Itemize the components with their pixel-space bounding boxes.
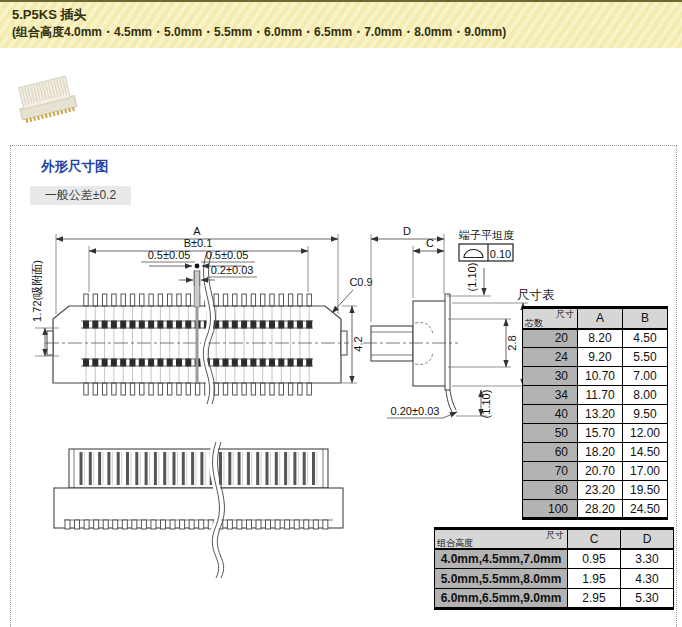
table-row: 10028.2024.50 bbox=[523, 500, 668, 519]
datum-dot bbox=[195, 264, 200, 269]
dim-label-05-right: 0.5±0.05 bbox=[206, 249, 249, 261]
datasheet-page: 5.P5KS 插头 (组合高度4.0mm・4.5mm・5.0mm・5.5mm・6… bbox=[0, 0, 682, 627]
table-cell: 9.50 bbox=[623, 405, 668, 424]
dim-label-suction: 1.72(吸附面) bbox=[31, 260, 43, 322]
corner-label-height: 组合高度 bbox=[437, 538, 473, 548]
side-flange bbox=[413, 301, 446, 386]
height-table-corner: 尺寸 组合高度 bbox=[435, 529, 568, 549]
table-cell: 17.00 bbox=[623, 462, 668, 481]
size-table-corner: 尺寸 芯数 bbox=[523, 308, 578, 329]
table-row: 5.0mm,5.5mm,8.0mm1.954.30 bbox=[435, 569, 674, 589]
table-row-header: 20 bbox=[523, 329, 578, 348]
size-table-title: 尺寸表 bbox=[517, 287, 555, 304]
table-cell: 24.50 bbox=[623, 500, 668, 519]
table-cell: 2.95 bbox=[568, 589, 621, 609]
table-cell: 5.30 bbox=[621, 589, 674, 609]
table-cell: 20.70 bbox=[578, 462, 623, 481]
connector-photo-image bbox=[8, 66, 88, 130]
dim-label-c09: C0.9 bbox=[349, 276, 372, 288]
table-row-header: 34 bbox=[523, 386, 578, 405]
dim-label-05-left: 0.5±0.05 bbox=[148, 249, 191, 261]
table-row-header: 4.0mm,4.5mm,7.0mm bbox=[435, 549, 568, 569]
corner-label-size: 尺寸 bbox=[556, 309, 574, 319]
table-cell: 12.00 bbox=[623, 424, 668, 443]
table-cell: 28.20 bbox=[578, 500, 623, 519]
table-row-header: 30 bbox=[523, 367, 578, 386]
dim-label-d: D bbox=[403, 225, 411, 237]
table-row: 249.205.50 bbox=[523, 348, 668, 367]
dim-label-020: 0.20±0.03 bbox=[391, 405, 440, 417]
table-cell: 8.20 bbox=[578, 329, 623, 348]
center-pin bbox=[194, 271, 200, 307]
column-header-b: B bbox=[623, 308, 668, 329]
table-row: 4.0mm,4.5mm,7.0mm0.953.30 bbox=[435, 549, 674, 569]
table-row-header: 24 bbox=[523, 348, 578, 367]
table-row-header: 70 bbox=[523, 462, 578, 481]
table-row-header: 100 bbox=[523, 500, 578, 519]
table-row: 5015.7012.00 bbox=[523, 424, 668, 443]
table-cell: 7.00 bbox=[623, 367, 668, 386]
table-cell: 8.00 bbox=[623, 386, 668, 405]
page-subtitle: (组合高度4.0mm・4.5mm・5.0mm・5.5mm・6.0mm・6.5mm… bbox=[12, 24, 670, 41]
slot-comb bbox=[80, 452, 317, 485]
product-photo bbox=[8, 66, 88, 130]
dimension-section: 外形尺寸图 一般公差±0.2 bbox=[10, 145, 677, 627]
column-header-d: D bbox=[621, 529, 674, 549]
flatness-value: 0.10 bbox=[490, 248, 511, 260]
table-cell: 4.30 bbox=[621, 569, 674, 589]
table-cell: 23.20 bbox=[578, 481, 623, 500]
table-row: 6.0mm,6.5mm,9.0mm2.955.30 bbox=[435, 589, 674, 609]
dim-label-42: 4.2 bbox=[352, 336, 364, 351]
table-row: 3010.707.00 bbox=[523, 367, 668, 386]
corner-label-pins: 芯数 bbox=[525, 318, 543, 328]
dim-label-c: C bbox=[426, 237, 434, 249]
table-cell: 4.50 bbox=[623, 329, 668, 348]
flatness-title: 端子平坦度 bbox=[458, 229, 514, 241]
table-cell: 3.30 bbox=[621, 549, 674, 569]
table-row: 3411.708.00 bbox=[523, 386, 668, 405]
corner-label-size: 尺寸 bbox=[546, 530, 564, 540]
table-row-header: 40 bbox=[523, 405, 578, 424]
dim-label-b: B±0.1 bbox=[184, 237, 213, 249]
table-cell: 10.70 bbox=[578, 367, 623, 386]
table-cell: 0.95 bbox=[568, 549, 621, 569]
table-row-header: 80 bbox=[523, 481, 578, 500]
table-row-header: 5.0mm,5.5mm,8.0mm bbox=[435, 569, 568, 589]
bottom-pin-row bbox=[84, 383, 312, 395]
dim-label-110-top: (1.10) bbox=[466, 263, 478, 292]
table-row-header: 50 bbox=[523, 424, 578, 443]
table-cell: 15.70 bbox=[578, 424, 623, 443]
table-row: 4013.209.50 bbox=[523, 405, 668, 424]
table-row: 8023.2019.50 bbox=[523, 481, 668, 500]
table-cell: 14.50 bbox=[623, 443, 668, 462]
dim-label-110-bottom: (1.10) bbox=[480, 390, 492, 419]
table-cell: 11.70 bbox=[578, 386, 623, 405]
table-row-header: 60 bbox=[523, 443, 578, 462]
size-table: 尺寸 芯数 A B 208.204.50249.205.503010.707.0… bbox=[522, 306, 668, 520]
table-cell: 1.95 bbox=[568, 569, 621, 589]
table-cell: 5.50 bbox=[623, 348, 668, 367]
table-cell: 13.20 bbox=[578, 405, 623, 424]
table-row: 6018.2014.50 bbox=[523, 443, 668, 462]
table-cell: 9.20 bbox=[578, 348, 623, 367]
table-cell: 19.50 bbox=[623, 481, 668, 500]
height-table: 尺寸 组合高度 C D 4.0mm,4.5mm,7.0mm0.953.305.0… bbox=[434, 527, 674, 610]
column-header-c: C bbox=[568, 529, 621, 549]
column-header-a: A bbox=[578, 308, 623, 329]
table-row: 7020.7017.00 bbox=[523, 462, 668, 481]
dim-label-28: 2.8 bbox=[506, 335, 518, 350]
side-face bbox=[445, 294, 450, 390]
side-snout bbox=[371, 326, 413, 361]
page-title: 5.P5KS 插头 bbox=[12, 6, 670, 24]
terminal-lead bbox=[446, 390, 452, 412]
table-row: 208.204.50 bbox=[523, 329, 668, 348]
dim-label-02: 0.2±0.03 bbox=[211, 264, 254, 276]
table-cell: 18.20 bbox=[578, 443, 623, 462]
page-header: 5.P5KS 插头 (组合高度4.0mm・4.5mm・5.0mm・5.5mm・6… bbox=[0, 0, 682, 48]
table-row-header: 6.0mm,6.5mm,9.0mm bbox=[435, 589, 568, 609]
dim-label-a: A bbox=[193, 225, 201, 237]
